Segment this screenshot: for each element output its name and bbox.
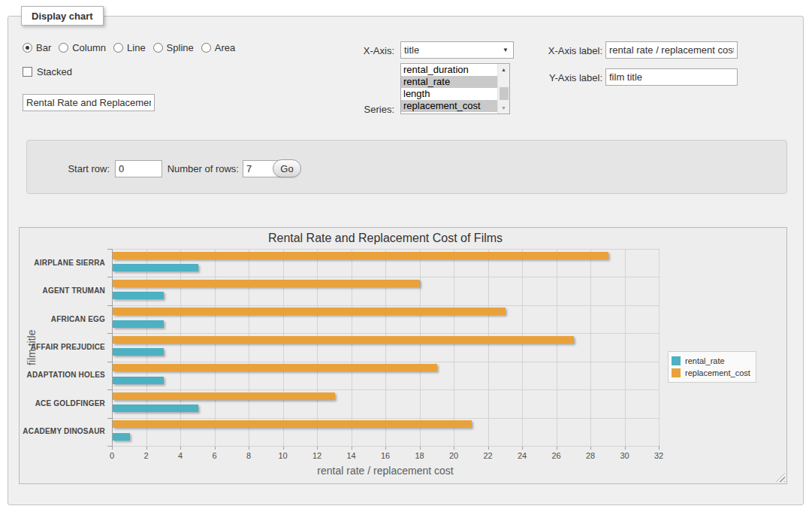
series-option-length[interactable]: length bbox=[401, 88, 497, 100]
bar-rental_rate[interactable] bbox=[113, 377, 164, 384]
go-button-label: Go bbox=[280, 163, 293, 174]
series-label-text: Series: bbox=[300, 104, 394, 115]
radio-column-icon[interactable] bbox=[59, 43, 68, 53]
radio-line[interactable]: Line bbox=[113, 42, 146, 53]
gridline-vertical bbox=[522, 249, 523, 446]
x-tick-label: 32 bbox=[644, 451, 674, 460]
bar-rental_rate[interactable] bbox=[113, 404, 198, 412]
bar-replacement_cost[interactable] bbox=[113, 364, 437, 371]
bar-rental_rate[interactable] bbox=[113, 348, 164, 356]
x-tick-label: 24 bbox=[507, 451, 537, 460]
category-label: AGENT TRUMAN bbox=[20, 286, 105, 295]
panel-legend: Display chart bbox=[21, 6, 104, 26]
x-tick-label: 26 bbox=[542, 451, 572, 460]
x-tick-label: 28 bbox=[575, 451, 605, 460]
bar-rental_rate[interactable] bbox=[113, 292, 164, 299]
x-tick-label: 22 bbox=[473, 451, 503, 460]
radio-area-label: Area bbox=[215, 42, 235, 53]
x-tick-label: 16 bbox=[370, 451, 400, 460]
category-label: ACADEMY DINOSAUR bbox=[20, 427, 105, 435]
gridline-horizontal bbox=[112, 277, 659, 277]
series-scrollbar[interactable]: ▲ ▼ bbox=[497, 64, 509, 114]
bar-rental_rate[interactable] bbox=[113, 433, 130, 441]
series-option-rental-rate[interactable]: rental_rate bbox=[401, 76, 497, 88]
bar-replacement_cost[interactable] bbox=[113, 252, 608, 259]
radio-area-icon[interactable] bbox=[201, 43, 211, 53]
legend-label: rental_rate bbox=[685, 356, 725, 365]
x-tick-label: 6 bbox=[200, 451, 230, 460]
gridline-horizontal bbox=[112, 362, 659, 362]
x-tick-label: 8 bbox=[234, 451, 264, 460]
bar-rental_rate[interactable] bbox=[113, 264, 198, 271]
replacement-cost-swatch-icon bbox=[672, 368, 681, 377]
y-axis-label-input[interactable] bbox=[605, 68, 738, 86]
gridline-vertical bbox=[557, 249, 557, 446]
x-tick-label: 2 bbox=[131, 451, 161, 460]
x-tick-label: 10 bbox=[268, 451, 298, 460]
scrollbar-thumb[interactable] bbox=[500, 87, 509, 100]
legend-label: replacement_cost bbox=[685, 368, 750, 377]
radio-bar-icon[interactable] bbox=[23, 43, 32, 53]
series-option-replacement-cost[interactable]: replacement_cost bbox=[401, 100, 497, 112]
scroll-down-icon[interactable]: ▼ bbox=[498, 102, 509, 114]
gridline-horizontal bbox=[112, 446, 659, 447]
gridline-vertical bbox=[488, 249, 489, 446]
gridline-vertical bbox=[317, 249, 318, 446]
x-axis-label-field-label: X-Axis label: bbox=[496, 45, 602, 56]
legend-item-replacement-cost[interactable]: replacement_cost bbox=[672, 367, 750, 379]
gridline-vertical bbox=[352, 249, 352, 446]
bar-replacement_cost[interactable] bbox=[113, 280, 420, 287]
bar-replacement_cost[interactable] bbox=[113, 392, 335, 400]
stacked-checkbox-row[interactable]: Stacked bbox=[23, 66, 72, 77]
radio-bar[interactable]: Bar bbox=[23, 42, 51, 53]
radio-column-label: Column bbox=[72, 42, 106, 53]
gridline-horizontal bbox=[112, 249, 659, 250]
category-label: AFFAIR PREJUDICE bbox=[20, 343, 105, 351]
series-listbox[interactable]: rental_duration rental_rate length repla… bbox=[400, 63, 510, 114]
gridline-horizontal bbox=[112, 333, 659, 334]
gridline-vertical bbox=[249, 249, 249, 446]
gridline-horizontal bbox=[112, 389, 659, 390]
gridline-vertical bbox=[215, 249, 216, 446]
radio-spline[interactable]: Spline bbox=[153, 42, 194, 53]
x-axis-tick bbox=[659, 446, 660, 450]
x-axis-label-text: X-Axis: bbox=[300, 45, 394, 56]
category-label: AFRICAN EGG bbox=[20, 315, 105, 323]
x-tick-label: 12 bbox=[302, 451, 332, 460]
x-tick-label: 20 bbox=[439, 451, 469, 460]
x-tick-label: 30 bbox=[610, 451, 640, 460]
legend-item-rental-rate[interactable]: rental_rate bbox=[672, 355, 750, 367]
gridline-horizontal bbox=[112, 305, 659, 306]
radio-line-icon[interactable] bbox=[113, 43, 123, 53]
category-label: ADAPTATION HOLES bbox=[20, 371, 105, 379]
radio-spline-label: Spline bbox=[167, 42, 194, 53]
radio-column[interactable]: Column bbox=[59, 42, 106, 53]
bar-replacement_cost[interactable] bbox=[113, 308, 506, 315]
gridline-vertical bbox=[146, 249, 147, 446]
bar-replacement_cost[interactable] bbox=[113, 336, 574, 344]
chart-x-axis-title: rental rate / replacement cost bbox=[112, 465, 659, 477]
radio-bar-label: Bar bbox=[36, 42, 51, 53]
chart-legend[interactable]: rental_rate replacement_cost bbox=[668, 351, 756, 383]
go-button[interactable]: Go bbox=[273, 159, 301, 177]
category-label: ACE GOLDFINGER bbox=[20, 399, 105, 407]
stacked-checkbox[interactable] bbox=[23, 67, 32, 77]
bar-rental_rate[interactable] bbox=[113, 320, 164, 328]
gridline-vertical bbox=[454, 249, 454, 446]
radio-area[interactable]: Area bbox=[201, 42, 235, 53]
x-axis-select-value: title bbox=[404, 44, 419, 56]
gridline-vertical bbox=[385, 249, 386, 446]
number-of-rows-label: Number of rows: bbox=[140, 163, 239, 174]
start-row-label: Start row: bbox=[27, 163, 110, 174]
gridline-horizontal bbox=[112, 418, 659, 419]
series-option-rental-duration[interactable]: rental_duration bbox=[401, 64, 497, 76]
x-tick-label: 14 bbox=[337, 451, 367, 460]
radio-spline-icon[interactable] bbox=[153, 43, 163, 53]
bar-replacement_cost[interactable] bbox=[113, 420, 472, 428]
gridline-vertical bbox=[283, 249, 284, 446]
category-label: AIRPLANE SIERRA bbox=[20, 259, 105, 267]
x-axis-label-input[interactable] bbox=[605, 41, 738, 59]
gridline-vertical bbox=[180, 249, 181, 446]
chart-title-input[interactable] bbox=[23, 94, 155, 111]
radio-line-label: Line bbox=[127, 42, 146, 53]
